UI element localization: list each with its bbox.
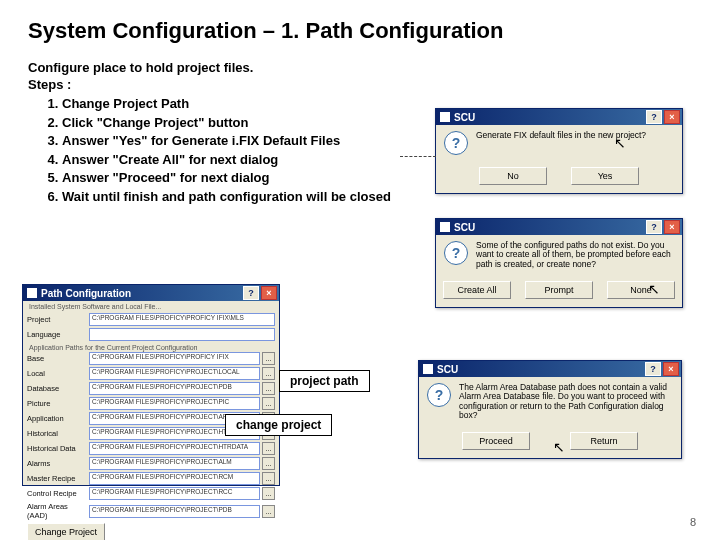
browse-button[interactable]: ...: [262, 397, 275, 410]
dialog-message: Some of the configured paths do not exis…: [476, 241, 674, 269]
path-row: AlarmsC:\PROGRAM FILES\PROFICY\PROJECT\A…: [23, 456, 279, 471]
path-row: Control RecipeC:\PROGRAM FILES\PROFICY\P…: [23, 486, 279, 501]
path-configuration-window: Path Configuration ? × Installed System …: [22, 284, 280, 486]
close-icon[interactable]: ×: [664, 220, 680, 234]
browse-button[interactable]: ...: [262, 442, 275, 455]
path-row: Historical DataC:\PROGRAM FILES\PROFICY\…: [23, 441, 279, 456]
help-icon[interactable]: ?: [645, 362, 661, 376]
titlebar: SCU ? ×: [419, 361, 681, 377]
app-icon: [423, 364, 433, 374]
path-rows: BaseC:\PROGRAM FILES\PROFICY\PROFICY IFI…: [23, 351, 279, 521]
dialog-title: SCU: [437, 364, 458, 375]
path-row: Alarm Areas (AAD)C:\PROGRAM FILES\PROFIC…: [23, 501, 279, 521]
browse-button[interactable]: ...: [262, 352, 275, 365]
slide-title: System Configuration – 1. Path Configura…: [28, 18, 692, 44]
window-title: Path Configuration: [41, 288, 131, 299]
project-path-field[interactable]: C:\PROGRAM FILES\PROFICY\PROFICY IFIX\ML…: [89, 313, 275, 326]
steps-heading: Steps :: [28, 77, 692, 92]
close-icon[interactable]: ×: [261, 286, 277, 300]
connector-line: [400, 156, 436, 157]
path-row: Master RecipeC:\PROGRAM FILES\PROFICY\PR…: [23, 471, 279, 486]
create-all-button[interactable]: Create All: [443, 281, 511, 299]
browse-button[interactable]: ...: [262, 367, 275, 380]
app-icon: [27, 288, 37, 298]
dialog-title: SCU: [454, 222, 475, 233]
dialog-title: SCU: [454, 112, 475, 123]
subtitle: Installed System Software and Local File…: [23, 301, 279, 312]
close-icon[interactable]: ×: [663, 362, 679, 376]
page-number: 8: [690, 516, 696, 528]
path-row: DatabaseC:\PROGRAM FILES\PROFICY\PROJECT…: [23, 381, 279, 396]
change-project-button[interactable]: Change Project: [27, 523, 105, 540]
dialog-message: Generate FIX default files in the new pr…: [476, 131, 646, 155]
browse-button[interactable]: ...: [262, 472, 275, 485]
help-icon[interactable]: ?: [646, 110, 662, 124]
intro-text: Configure place to hold project files.: [28, 60, 692, 75]
none-button[interactable]: None: [607, 281, 675, 299]
help-icon[interactable]: ?: [243, 286, 259, 300]
yes-button[interactable]: Yes: [571, 167, 639, 185]
callout-project-path: project path: [279, 370, 370, 392]
language-field[interactable]: [89, 328, 275, 341]
callout-change-project: change project: [225, 414, 332, 436]
question-icon: ?: [444, 131, 468, 155]
scu-dialog-generate-defaults: SCU ? × ? Generate FIX default files in …: [435, 108, 683, 194]
path-row: PictureC:\PROGRAM FILES\PROFICY\PROJECT\…: [23, 396, 279, 411]
scu-dialog-proceed-return: SCU ? × ? The Alarm Area Database path d…: [418, 360, 682, 459]
titlebar: Path Configuration ? ×: [23, 285, 279, 301]
app-icon: [440, 222, 450, 232]
question-icon: ?: [444, 241, 468, 265]
close-icon[interactable]: ×: [664, 110, 680, 124]
browse-button[interactable]: ...: [262, 382, 275, 395]
dialog-message: The Alarm Area Database path does not co…: [459, 383, 673, 420]
language-label: Language: [27, 330, 89, 339]
section-heading: Application Paths for the Current Projec…: [23, 342, 279, 351]
browse-button[interactable]: ...: [262, 487, 275, 500]
path-row: LocalC:\PROGRAM FILES\PROFICY\PROJECT\LO…: [23, 366, 279, 381]
titlebar: SCU ? ×: [436, 109, 682, 125]
browse-button[interactable]: ...: [262, 505, 275, 518]
help-icon[interactable]: ?: [646, 220, 662, 234]
browse-button[interactable]: ...: [262, 457, 275, 470]
question-icon: ?: [427, 383, 451, 407]
prompt-button[interactable]: Prompt: [525, 281, 593, 299]
proceed-button[interactable]: Proceed: [462, 432, 530, 450]
path-row: BaseC:\PROGRAM FILES\PROFICY\PROFICY IFI…: [23, 351, 279, 366]
no-button[interactable]: No: [479, 167, 547, 185]
app-icon: [440, 112, 450, 122]
return-button[interactable]: Return: [570, 432, 638, 450]
titlebar: SCU ? ×: [436, 219, 682, 235]
scu-dialog-create-paths: SCU ? × ? Some of the configured paths d…: [435, 218, 683, 308]
project-label: Project: [27, 315, 89, 324]
